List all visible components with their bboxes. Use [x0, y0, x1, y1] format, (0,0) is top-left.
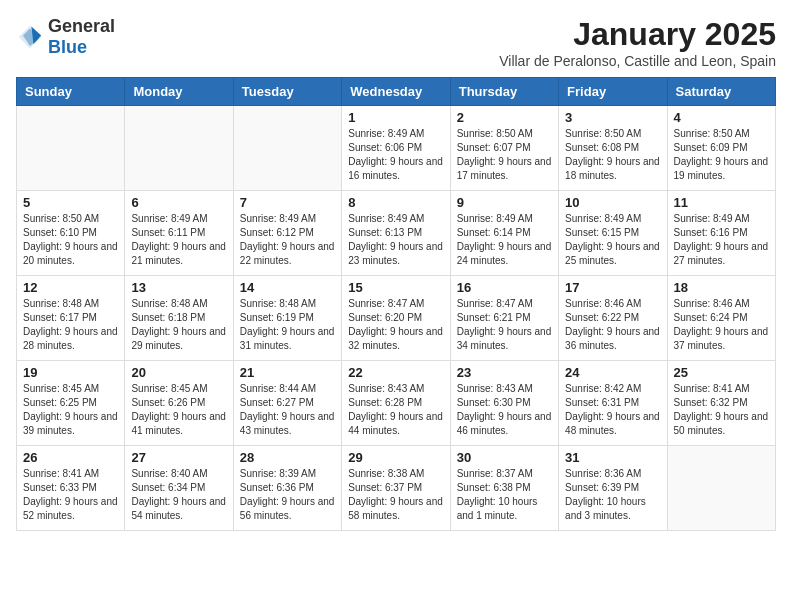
- day-info: Sunrise: 8:47 AM Sunset: 6:21 PM Dayligh…: [457, 297, 552, 353]
- calendar-day-cell: [125, 106, 233, 191]
- day-info: Sunrise: 8:49 AM Sunset: 6:14 PM Dayligh…: [457, 212, 552, 268]
- day-number: 8: [348, 195, 443, 210]
- day-info: Sunrise: 8:49 AM Sunset: 6:11 PM Dayligh…: [131, 212, 226, 268]
- day-number: 19: [23, 365, 118, 380]
- day-number: 14: [240, 280, 335, 295]
- day-number: 20: [131, 365, 226, 380]
- calendar-day-cell: 7Sunrise: 8:49 AM Sunset: 6:12 PM Daylig…: [233, 191, 341, 276]
- day-number: 10: [565, 195, 660, 210]
- day-info: Sunrise: 8:50 AM Sunset: 6:07 PM Dayligh…: [457, 127, 552, 183]
- calendar-day-cell: 17Sunrise: 8:46 AM Sunset: 6:22 PM Dayli…: [559, 276, 667, 361]
- day-of-week-header: Monday: [125, 78, 233, 106]
- day-info: Sunrise: 8:46 AM Sunset: 6:22 PM Dayligh…: [565, 297, 660, 353]
- day-info: Sunrise: 8:50 AM Sunset: 6:10 PM Dayligh…: [23, 212, 118, 268]
- calendar-day-cell: 20Sunrise: 8:45 AM Sunset: 6:26 PM Dayli…: [125, 361, 233, 446]
- calendar-day-cell: 22Sunrise: 8:43 AM Sunset: 6:28 PM Dayli…: [342, 361, 450, 446]
- day-number: 1: [348, 110, 443, 125]
- day-info: Sunrise: 8:41 AM Sunset: 6:32 PM Dayligh…: [674, 382, 769, 438]
- day-info: Sunrise: 8:49 AM Sunset: 6:15 PM Dayligh…: [565, 212, 660, 268]
- day-number: 7: [240, 195, 335, 210]
- calendar-day-cell: 29Sunrise: 8:38 AM Sunset: 6:37 PM Dayli…: [342, 446, 450, 531]
- calendar-day-cell: 6Sunrise: 8:49 AM Sunset: 6:11 PM Daylig…: [125, 191, 233, 276]
- calendar-day-cell: 11Sunrise: 8:49 AM Sunset: 6:16 PM Dayli…: [667, 191, 775, 276]
- day-number: 28: [240, 450, 335, 465]
- day-info: Sunrise: 8:50 AM Sunset: 6:08 PM Dayligh…: [565, 127, 660, 183]
- day-info: Sunrise: 8:49 AM Sunset: 6:06 PM Dayligh…: [348, 127, 443, 183]
- logo-blue: Blue: [48, 37, 87, 57]
- day-info: Sunrise: 8:45 AM Sunset: 6:26 PM Dayligh…: [131, 382, 226, 438]
- logo-text: General Blue: [48, 16, 115, 58]
- day-of-week-header: Saturday: [667, 78, 775, 106]
- day-number: 27: [131, 450, 226, 465]
- day-number: 3: [565, 110, 660, 125]
- day-number: 11: [674, 195, 769, 210]
- calendar-day-cell: 14Sunrise: 8:48 AM Sunset: 6:19 PM Dayli…: [233, 276, 341, 361]
- day-info: Sunrise: 8:37 AM Sunset: 6:38 PM Dayligh…: [457, 467, 552, 523]
- day-number: 26: [23, 450, 118, 465]
- calendar-day-cell: 2Sunrise: 8:50 AM Sunset: 6:07 PM Daylig…: [450, 106, 558, 191]
- day-info: Sunrise: 8:43 AM Sunset: 6:30 PM Dayligh…: [457, 382, 552, 438]
- day-number: 30: [457, 450, 552, 465]
- calendar-week-row: 26Sunrise: 8:41 AM Sunset: 6:33 PM Dayli…: [17, 446, 776, 531]
- calendar-week-row: 1Sunrise: 8:49 AM Sunset: 6:06 PM Daylig…: [17, 106, 776, 191]
- day-info: Sunrise: 8:39 AM Sunset: 6:36 PM Dayligh…: [240, 467, 335, 523]
- calendar-day-cell: 21Sunrise: 8:44 AM Sunset: 6:27 PM Dayli…: [233, 361, 341, 446]
- day-info: Sunrise: 8:36 AM Sunset: 6:39 PM Dayligh…: [565, 467, 660, 523]
- day-number: 6: [131, 195, 226, 210]
- day-of-week-header: Thursday: [450, 78, 558, 106]
- calendar-day-cell: 24Sunrise: 8:42 AM Sunset: 6:31 PM Dayli…: [559, 361, 667, 446]
- calendar-day-cell: 27Sunrise: 8:40 AM Sunset: 6:34 PM Dayli…: [125, 446, 233, 531]
- day-info: Sunrise: 8:40 AM Sunset: 6:34 PM Dayligh…: [131, 467, 226, 523]
- calendar-day-cell: 3Sunrise: 8:50 AM Sunset: 6:08 PM Daylig…: [559, 106, 667, 191]
- day-info: Sunrise: 8:49 AM Sunset: 6:12 PM Dayligh…: [240, 212, 335, 268]
- calendar-day-cell: 4Sunrise: 8:50 AM Sunset: 6:09 PM Daylig…: [667, 106, 775, 191]
- day-info: Sunrise: 8:44 AM Sunset: 6:27 PM Dayligh…: [240, 382, 335, 438]
- day-of-week-header: Wednesday: [342, 78, 450, 106]
- day-number: 31: [565, 450, 660, 465]
- calendar-week-row: 12Sunrise: 8:48 AM Sunset: 6:17 PM Dayli…: [17, 276, 776, 361]
- calendar-day-cell: 19Sunrise: 8:45 AM Sunset: 6:25 PM Dayli…: [17, 361, 125, 446]
- calendar-day-cell: [233, 106, 341, 191]
- day-of-week-header: Tuesday: [233, 78, 341, 106]
- calendar-day-cell: [17, 106, 125, 191]
- day-number: 9: [457, 195, 552, 210]
- day-number: 23: [457, 365, 552, 380]
- day-info: Sunrise: 8:46 AM Sunset: 6:24 PM Dayligh…: [674, 297, 769, 353]
- day-info: Sunrise: 8:49 AM Sunset: 6:13 PM Dayligh…: [348, 212, 443, 268]
- month-year: January 2025: [499, 16, 776, 53]
- day-info: Sunrise: 8:42 AM Sunset: 6:31 PM Dayligh…: [565, 382, 660, 438]
- day-info: Sunrise: 8:50 AM Sunset: 6:09 PM Dayligh…: [674, 127, 769, 183]
- day-info: Sunrise: 8:38 AM Sunset: 6:37 PM Dayligh…: [348, 467, 443, 523]
- day-number: 22: [348, 365, 443, 380]
- day-number: 2: [457, 110, 552, 125]
- calendar-header-row: SundayMondayTuesdayWednesdayThursdayFrid…: [17, 78, 776, 106]
- day-number: 25: [674, 365, 769, 380]
- day-info: Sunrise: 8:48 AM Sunset: 6:19 PM Dayligh…: [240, 297, 335, 353]
- day-number: 12: [23, 280, 118, 295]
- page-header: General Blue January 2025 Villar de Pera…: [16, 16, 776, 69]
- calendar-day-cell: 12Sunrise: 8:48 AM Sunset: 6:17 PM Dayli…: [17, 276, 125, 361]
- day-number: 24: [565, 365, 660, 380]
- day-number: 17: [565, 280, 660, 295]
- calendar-week-row: 19Sunrise: 8:45 AM Sunset: 6:25 PM Dayli…: [17, 361, 776, 446]
- calendar-day-cell: 5Sunrise: 8:50 AM Sunset: 6:10 PM Daylig…: [17, 191, 125, 276]
- calendar-day-cell: 28Sunrise: 8:39 AM Sunset: 6:36 PM Dayli…: [233, 446, 341, 531]
- calendar-day-cell: 31Sunrise: 8:36 AM Sunset: 6:39 PM Dayli…: [559, 446, 667, 531]
- calendar-day-cell: 23Sunrise: 8:43 AM Sunset: 6:30 PM Dayli…: [450, 361, 558, 446]
- calendar-day-cell: 30Sunrise: 8:37 AM Sunset: 6:38 PM Dayli…: [450, 446, 558, 531]
- day-info: Sunrise: 8:49 AM Sunset: 6:16 PM Dayligh…: [674, 212, 769, 268]
- calendar-table: SundayMondayTuesdayWednesdayThursdayFrid…: [16, 77, 776, 531]
- day-number: 29: [348, 450, 443, 465]
- calendar-day-cell: 9Sunrise: 8:49 AM Sunset: 6:14 PM Daylig…: [450, 191, 558, 276]
- day-of-week-header: Sunday: [17, 78, 125, 106]
- day-number: 13: [131, 280, 226, 295]
- day-number: 21: [240, 365, 335, 380]
- calendar-day-cell: [667, 446, 775, 531]
- day-number: 18: [674, 280, 769, 295]
- calendar-day-cell: 10Sunrise: 8:49 AM Sunset: 6:15 PM Dayli…: [559, 191, 667, 276]
- logo-icon: [16, 23, 44, 51]
- calendar-day-cell: 18Sunrise: 8:46 AM Sunset: 6:24 PM Dayli…: [667, 276, 775, 361]
- calendar-week-row: 5Sunrise: 8:50 AM Sunset: 6:10 PM Daylig…: [17, 191, 776, 276]
- logo: General Blue: [16, 16, 115, 58]
- day-info: Sunrise: 8:41 AM Sunset: 6:33 PM Dayligh…: [23, 467, 118, 523]
